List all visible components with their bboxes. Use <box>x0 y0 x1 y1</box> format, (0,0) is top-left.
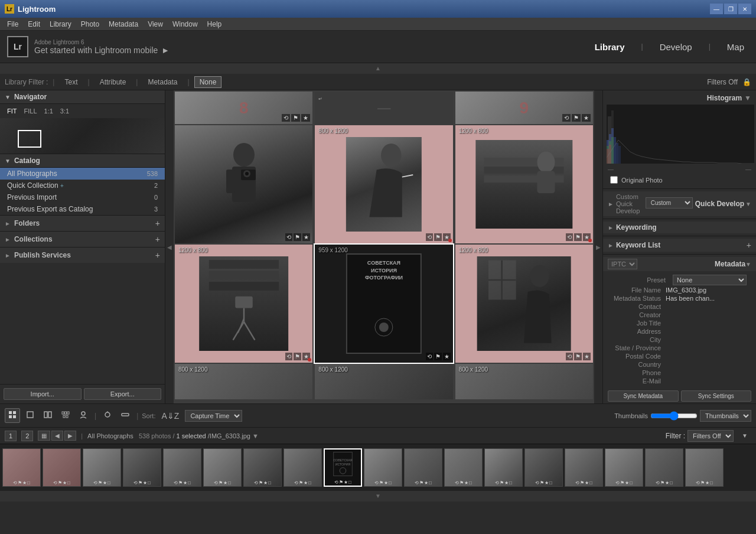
top-collapse-arrow[interactable]: ▲ <box>0 63 756 74</box>
histogram-dropdown-icon[interactable]: ▼ <box>744 94 751 102</box>
collections-add-button[interactable]: + <box>155 235 160 244</box>
filter-lock-icon[interactable]: 🔒 <box>742 78 751 86</box>
nav-fill-btn[interactable]: FILL <box>22 106 40 116</box>
page-1-button[interactable]: 1 <box>5 431 17 441</box>
photo-cell-2-2[interactable]: 959 x 1200 СОВЕТСКАЯИСТОРИЯФОТОГРАФИИ ⟲ … <box>315 245 452 363</box>
nav-develop[interactable]: Develop <box>655 40 697 54</box>
mobile-prompt-arrow[interactable]: ► <box>161 45 170 55</box>
filmstrip-thumb-3[interactable]: ⟲⚑★□ <box>83 448 121 487</box>
menu-edit[interactable]: Edit <box>23 19 45 30</box>
folders-add-button[interactable]: + <box>155 219 160 228</box>
photo-cell-1-2[interactable]: 800 x 1200 ⟲ ⚑ ★ <box>315 125 452 243</box>
nav-fit-btn[interactable]: FIT <box>5 106 19 116</box>
catalog-previous-import[interactable]: Previous Import 0 <box>0 191 165 203</box>
export-button[interactable]: Export... <box>84 388 162 400</box>
nav-library[interactable]: Library <box>590 40 630 54</box>
page-2-button[interactable]: 2 <box>21 431 33 441</box>
catalog-all-photos[interactable]: All Photographs 538 <box>0 168 165 180</box>
filmstrip-thumb-11[interactable]: ⟲⚑★□ <box>404 448 442 487</box>
next-button[interactable]: ▶ <box>64 431 76 441</box>
view-survey-button[interactable] <box>58 408 73 423</box>
filter-text-btn[interactable]: Text <box>59 76 83 88</box>
filmstrip-thumb-4[interactable]: ⟲⚑★□ <box>123 448 161 487</box>
spray-button[interactable] <box>100 408 115 423</box>
sync-settings-button[interactable]: Sync Settings <box>681 390 752 402</box>
quick-develop-header[interactable]: ► Custom Quick Develop Custom Quick Deve… <box>603 191 756 216</box>
photo-cell-3-1[interactable]: 800 x 1200 <box>175 364 312 399</box>
menu-view[interactable]: View <box>143 19 168 30</box>
sync-metadata-button[interactable]: Sync Metadata <box>608 390 679 402</box>
photo-cell-top-1[interactable]: 8 ⟲ ⚑ ★ <box>175 92 312 124</box>
thumbnail-dropdown[interactable]: Thumbnails <box>700 410 751 422</box>
filmstrip-thumb-16[interactable]: ⟲⚑★□ <box>605 448 643 487</box>
collections-section-header[interactable]: ► Collections + <box>0 231 165 247</box>
photo-cell-3-3[interactable]: 800 x 1200 <box>455 364 593 399</box>
filmstrip-thumb-17[interactable]: ⟲⚑★□ <box>645 448 683 487</box>
filter-metadata-btn[interactable]: Metadata <box>142 76 183 88</box>
view-compare-button[interactable] <box>40 408 56 423</box>
prev-button[interactable]: ◀ <box>51 431 63 441</box>
view-people-button[interactable] <box>76 408 91 423</box>
sort-direction-button[interactable]: A⇓Z <box>158 409 183 423</box>
maximize-button[interactable]: ❐ <box>724 4 737 14</box>
nav-3-1-btn[interactable]: 3:1 <box>58 106 71 116</box>
metadata-collapse-icon[interactable]: ▼ <box>745 261 751 268</box>
status-file-dropdown[interactable]: ▼ <box>252 432 259 439</box>
folders-section-header[interactable]: ► Folders + <box>0 215 165 231</box>
menu-file[interactable]: File <box>2 19 23 30</box>
view-grid-button[interactable] <box>5 408 20 423</box>
minimize-button[interactable]: — <box>710 4 723 14</box>
filmstrip-thumb-7[interactable]: ⟲⚑★□ <box>243 448 282 487</box>
menu-window[interactable]: Window <box>168 19 203 30</box>
photo-cell-1-3[interactable]: 1200 x 800 ⟲ ⚑ ★ <box>455 125 593 243</box>
publish-services-add-button[interactable]: + <box>155 250 160 260</box>
catalog-previous-export[interactable]: Previous Export as Catalog 3 <box>0 203 165 215</box>
close-button[interactable]: ✕ <box>738 4 751 14</box>
painter-button[interactable] <box>118 408 133 423</box>
filmstrip-thumb-13[interactable]: ⟲⚑★□ <box>484 448 523 487</box>
left-panel-collapse-arrow[interactable]: ◀ <box>165 90 174 403</box>
menu-library[interactable]: Library <box>45 19 76 30</box>
filmstrip-thumb-1[interactable]: ⟲⚑★□ <box>2 448 41 487</box>
filmstrip-thumb-6[interactable]: ⟲⚑★□ <box>203 448 242 487</box>
filmstrip-thumb-12[interactable]: ⟲⚑★□ <box>444 448 483 487</box>
menu-photo[interactable]: Photo <box>76 19 104 30</box>
metadata-section-header[interactable]: IPTC Metadata ▼ <box>603 257 756 271</box>
keyword-list-add-btn[interactable]: + <box>747 240 751 250</box>
filmstrip-thumb-18[interactable]: ⟲⚑★□ <box>685 448 724 487</box>
nav-1-1-btn[interactable]: 1:1 <box>42 106 56 116</box>
menu-help[interactable]: Help <box>203 19 227 30</box>
keyword-list-header[interactable]: ► Keyword List + <box>603 239 756 252</box>
filter-attribute-btn[interactable]: Attribute <box>94 76 132 88</box>
photo-cell-2-3[interactable]: 1200 x 800 ⟲ ⚑ ★ <box>455 245 593 363</box>
photo-cell-2-1[interactable]: 1200 x 800 <box>175 245 312 363</box>
view-loupe-button[interactable] <box>22 408 38 423</box>
photo-cell-1-1[interactable]: 1200 x 1200 <box>175 125 312 243</box>
bottom-collapse-arrow[interactable]: ▼ <box>0 491 756 502</box>
catalog-quick-collection[interactable]: Quick Collection + 2 <box>0 180 165 191</box>
sort-select[interactable]: Capture Time Edit Time File Name Rating <box>185 410 242 422</box>
filter-status-select[interactable]: Filters Off <box>687 430 734 442</box>
filmstrip-toggle-button[interactable]: ▼ <box>738 430 751 441</box>
publish-services-section-header[interactable]: ► Publish Services + <box>0 247 165 263</box>
right-panel-collapse-arrow[interactable]: ▶ <box>594 90 602 403</box>
filmstrip-thumb-14[interactable]: ⟲⚑★□ <box>524 448 563 487</box>
filmstrip-thumb-8[interactable]: ⟲⚑★□ <box>284 448 322 487</box>
keywording-header[interactable]: ► Keywording <box>603 222 756 233</box>
qd-collapse-icon[interactable]: ▼ <box>745 201 751 207</box>
nav-map[interactable]: Map <box>722 40 749 54</box>
filmstrip-thumb-5[interactable]: ⟲⚑★□ <box>163 448 201 487</box>
catalog-header[interactable]: ▼ Catalog <box>0 154 165 168</box>
filmstrip-thumb-9[interactable]: СОВЕТСКАЯ ИСТОРИЯ ⟲⚑★□ <box>324 448 362 487</box>
filter-none-btn[interactable]: None <box>194 76 222 88</box>
filmstrip-thumb-10[interactable]: ⟲⚑★□ <box>364 448 402 487</box>
photo-cell-3-2[interactable]: 800 x 1200 <box>315 364 452 399</box>
photo-cell-top-2[interactable]: ⸻ ↵ <box>315 92 452 124</box>
import-button[interactable]: Import... <box>4 388 82 400</box>
grid-view-button[interactable]: ▦ <box>38 431 50 441</box>
qd-preset-select[interactable]: Custom <box>646 197 693 209</box>
filmstrip-thumb-2[interactable]: ⟲⚑★□ <box>43 448 81 487</box>
photo-cell-top-3[interactable]: 9 ⟲ ⚑ ★ <box>455 92 593 124</box>
original-photo-checkbox[interactable] <box>610 176 618 184</box>
menu-metadata[interactable]: Metadata <box>104 19 143 30</box>
